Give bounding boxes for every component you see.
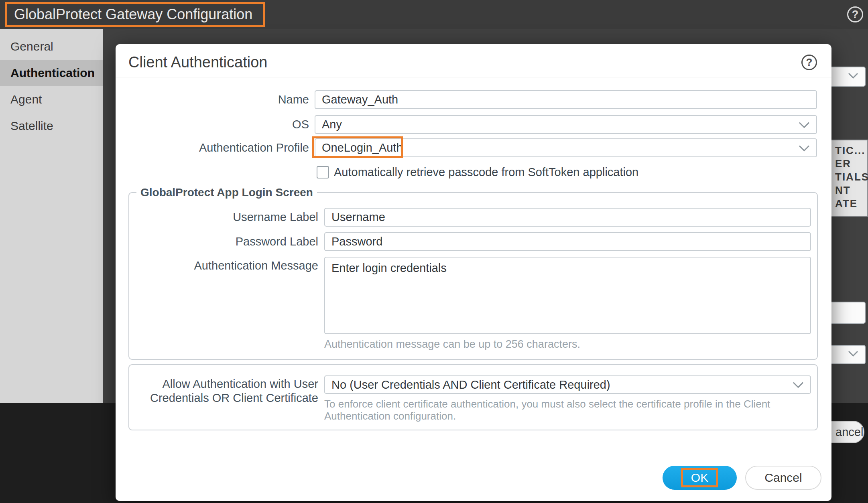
sidebar-item-agent[interactable]: Agent [0, 86, 103, 113]
window-help-icon[interactable]: ? [847, 6, 863, 22]
name-input[interactable]: Gateway_Auth [315, 90, 817, 109]
chevron-down-icon [848, 351, 858, 359]
truncated-text-line: ATE [835, 197, 867, 210]
softtoken-checkbox[interactable] [317, 166, 329, 178]
chevron-down-icon [793, 376, 804, 393]
auth-message-label: Authentication Message [129, 260, 318, 272]
cert-auth-label-line2: Credentials OR Client Certificate [129, 392, 318, 404]
window-title: GlobalProtect Gateway Configuration [14, 6, 252, 23]
softtoken-checkbox-label: Automatically retrieve passcode from Sof… [334, 166, 638, 178]
app-login-screen-group: GlobalProtect App Login Screen Username … [128, 192, 818, 360]
auth-profile-select-value: OneLogin_Auth [322, 141, 403, 154]
client-authentication-dialog: Client Authentication ? Name Gateway_Aut… [116, 44, 831, 501]
truncated-text-line: NT [835, 184, 867, 197]
cancel-button[interactable]: Cancel [745, 466, 821, 490]
os-select-value: Any [322, 118, 342, 131]
app-login-screen-legend: GlobalProtect App Login Screen [136, 186, 317, 199]
auth-profile-select[interactable]: OneLogin_Auth [315, 138, 817, 157]
auth-message-textarea[interactable]: Enter login credentials [324, 257, 811, 334]
window-titlebar: GlobalProtect Gateway Configuration ? [0, 0, 868, 29]
chevron-down-icon [848, 73, 858, 81]
name-label: Name [116, 90, 309, 109]
cert-auth-label-line1: Allow Authentication with User [129, 378, 318, 390]
cert-auth-select-value: No (User Credentials AND Client Certific… [331, 378, 610, 391]
chevron-down-icon [799, 116, 810, 133]
truncated-text-line: ER [835, 157, 867, 170]
dialog-help-icon[interactable]: ? [801, 55, 817, 70]
sidebar: General Authentication Agent Satellite [0, 29, 103, 403]
sidebar-item-authentication[interactable]: Authentication [0, 60, 103, 86]
title-highlight-box: GlobalProtect Gateway Configuration [5, 2, 265, 27]
auth-profile-label: Authentication Profile [116, 138, 309, 157]
dialog-header-divider [116, 77, 831, 77]
client-cert-group: Allow Authentication with User Credentia… [128, 364, 818, 430]
dialog-title: Client Authentication [128, 54, 267, 71]
truncated-text-line: TIALS [835, 170, 867, 184]
username-label-input[interactable]: Username [324, 208, 811, 227]
auth-message-hint: Authentication message can be up to 256 … [324, 338, 580, 350]
ok-button[interactable]: OK [663, 466, 737, 490]
password-label-input[interactable]: Password [324, 232, 811, 251]
sidebar-item-general[interactable]: General [0, 33, 103, 60]
username-label-label: Username Label [129, 208, 318, 227]
screen: GlobalProtect Gateway Configuration ? Ge… [0, 0, 868, 503]
truncated-text-line: TIC... [835, 144, 867, 157]
sidebar-item-satellite[interactable]: Satellite [0, 113, 103, 139]
os-label: OS [116, 115, 309, 134]
cert-auth-hint: To enforce client certificate authentica… [324, 398, 834, 422]
password-label-label: Password Label [129, 232, 318, 251]
os-select[interactable]: Any [315, 115, 817, 134]
cert-auth-select[interactable]: No (User Credentials AND Client Certific… [324, 375, 811, 394]
chevron-down-icon [799, 139, 810, 156]
